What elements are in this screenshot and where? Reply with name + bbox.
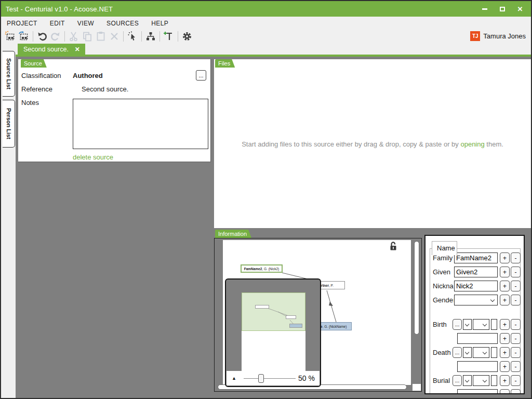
chevron-down-icon: [465, 378, 469, 382]
birth-add-button[interactable]: +: [500, 319, 510, 330]
burial-place-add-button[interactable]: +: [500, 389, 510, 394]
birth-month-select[interactable]: [473, 319, 489, 330]
nickname-label: Nickname: [433, 282, 454, 290]
sidebar-tab-source-list[interactable]: Source List: [3, 51, 15, 97]
burial-year-input[interactable]: [491, 375, 497, 386]
death-place-input[interactable]: [457, 361, 498, 372]
menu-help[interactable]: HELP: [151, 20, 168, 27]
menu-project[interactable]: PROJECT: [7, 20, 37, 27]
given-add-button[interactable]: +: [500, 267, 510, 277]
tab-close-icon[interactable]: ✕: [75, 46, 80, 53]
gender-remove-button[interactable]: -: [511, 295, 521, 305]
add-source-icon[interactable]: [4, 30, 17, 43]
source-panel-header: Source: [21, 59, 47, 68]
family-add-button[interactable]: +: [500, 252, 510, 263]
chart-icon[interactable]: [144, 30, 157, 43]
maximize-icon: [500, 7, 505, 11]
minimap-page: [242, 292, 305, 371]
menu-sources[interactable]: SOURCES: [107, 20, 139, 27]
birth-place-add-button[interactable]: +: [500, 333, 510, 344]
nickname-add-button[interactable]: +: [500, 281, 510, 291]
zoom-overview-popup[interactable]: ▲ 50 %: [225, 278, 321, 387]
files-panel[interactable]: Start adding files to this source either…: [214, 59, 531, 228]
death-year-input[interactable]: [491, 347, 497, 358]
notes-label: Notes: [21, 99, 39, 107]
death-remove-button[interactable]: -: [511, 347, 521, 358]
death-month-select[interactable]: [473, 347, 489, 358]
death-place-add-button[interactable]: +: [500, 361, 510, 372]
maximize-button[interactable]: [494, 1, 511, 17]
given-remove-button[interactable]: -: [511, 267, 521, 277]
chevron-down-icon: [483, 322, 487, 326]
burial-modifier-select[interactable]: [463, 375, 472, 386]
opening-link[interactable]: opening: [460, 140, 484, 148]
information-chart-canvas[interactable]: FamName2, G. (Nick2) Partner, P. FamName…: [214, 238, 422, 392]
nickname-input[interactable]: [454, 281, 498, 291]
classification-value: Authored: [73, 72, 103, 79]
settings-icon[interactable]: [181, 30, 193, 43]
zoom-slider-thumb[interactable]: [258, 374, 264, 383]
zoom-slider[interactable]: [244, 378, 296, 379]
burial-add-button[interactable]: +: [500, 375, 510, 386]
classification-browse-button[interactable]: ...: [196, 70, 206, 81]
family-remove-button[interactable]: -: [511, 252, 521, 263]
burial-place-remove-button[interactable]: -: [511, 389, 521, 394]
zoom-percentage: 50 %: [298, 374, 315, 382]
user-name: Tamura Jones: [483, 32, 526, 40]
given-input[interactable]: [454, 267, 498, 277]
toolbar: TJ Tamura Jones: [1, 29, 531, 44]
birth-year-input[interactable]: [491, 319, 497, 330]
minimize-button[interactable]: [476, 1, 494, 17]
chart-box-famname2[interactable]: FamName2, G. (Nick2): [241, 264, 283, 273]
birth-modifier-select[interactable]: [463, 319, 472, 330]
nickname-remove-button[interactable]: -: [511, 281, 521, 291]
toolbar-separator: [123, 31, 124, 42]
notes-textarea[interactable]: [73, 99, 208, 149]
gender-select[interactable]: [454, 295, 498, 305]
undo-icon[interactable]: [36, 30, 48, 43]
person-list-label: Person List: [6, 108, 12, 139]
burial-month-select[interactable]: [473, 375, 489, 386]
toolbar-separator: [178, 31, 178, 42]
gender-add-button[interactable]: +: [500, 295, 510, 305]
menu-view[interactable]: VIEW: [77, 20, 94, 27]
name-panel: Name Family + - Given + - Nickname + - G…: [424, 235, 525, 394]
menu-edit[interactable]: EDIT: [50, 20, 65, 27]
death-place-remove-button[interactable]: -: [511, 361, 521, 372]
collapse-icon[interactable]: ▲: [232, 376, 236, 381]
burial-remove-button[interactable]: -: [511, 375, 521, 386]
chevron-down-icon: [483, 350, 487, 354]
vertical-scroll-thumb[interactable]: [414, 241, 419, 335]
user-chip[interactable]: TJ Tamura Jones: [470, 29, 526, 44]
given-label: Given: [433, 268, 454, 276]
birth-remove-button[interactable]: -: [511, 319, 521, 330]
toolbar-separator: [33, 31, 33, 42]
lock-icon[interactable]: [389, 242, 397, 251]
close-icon: ✕: [517, 5, 523, 13]
chart-vertical-scrollbar[interactable]: [414, 240, 420, 383]
tab-name[interactable]: Name: [432, 241, 457, 255]
death-date-browse-button[interactable]: ...: [453, 347, 462, 358]
files-hint-text: Start adding files to this source either…: [242, 140, 460, 148]
add-citation-icon[interactable]: [18, 30, 30, 43]
extract-claims-icon[interactable]: [126, 30, 139, 43]
family-input[interactable]: [454, 252, 498, 263]
reference-label: Reference: [21, 85, 52, 93]
birth-date-browse-button[interactable]: ...: [453, 319, 462, 330]
death-add-button[interactable]: +: [500, 347, 510, 358]
app-window: Test - Centurial v1.0 - Acoose.NET ✕ PRO…: [0, 0, 532, 399]
close-button[interactable]: ✕: [511, 1, 529, 17]
burial-date-browse-button[interactable]: ...: [453, 375, 462, 386]
chevron-down-icon: [483, 378, 487, 382]
birth-place-remove-button[interactable]: -: [511, 333, 521, 344]
add-annotation-icon[interactable]: [163, 30, 175, 43]
birth-place-input[interactable]: [457, 333, 498, 344]
files-empty-hint: Start adding files to this source either…: [214, 140, 531, 148]
toolbar-separator: [64, 31, 65, 42]
delete-source-link[interactable]: delete source: [73, 153, 113, 161]
burial-place-input[interactable]: [457, 389, 498, 394]
reference-value: Second source.: [82, 85, 128, 93]
sidebar-tab-person-list[interactable]: Person List: [3, 100, 15, 148]
death-modifier-select[interactable]: [463, 347, 472, 358]
tab-second-source[interactable]: Second source. ✕: [18, 44, 85, 55]
